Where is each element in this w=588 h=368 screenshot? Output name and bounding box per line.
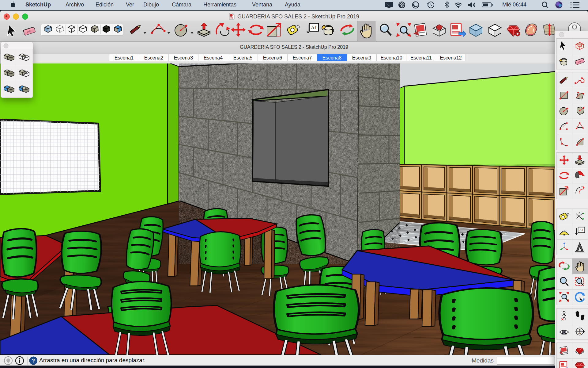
svg-text:A1: A1: [579, 228, 583, 232]
svg-text:A1: A1: [311, 25, 317, 30]
svg-text:A-B: A-B: [578, 332, 582, 335]
svg-text:?: ?: [32, 358, 35, 364]
svg-text:C: C: [579, 329, 581, 332]
svg-text:3: 3: [579, 211, 580, 215]
svg-text:skp: skp: [231, 17, 233, 19]
